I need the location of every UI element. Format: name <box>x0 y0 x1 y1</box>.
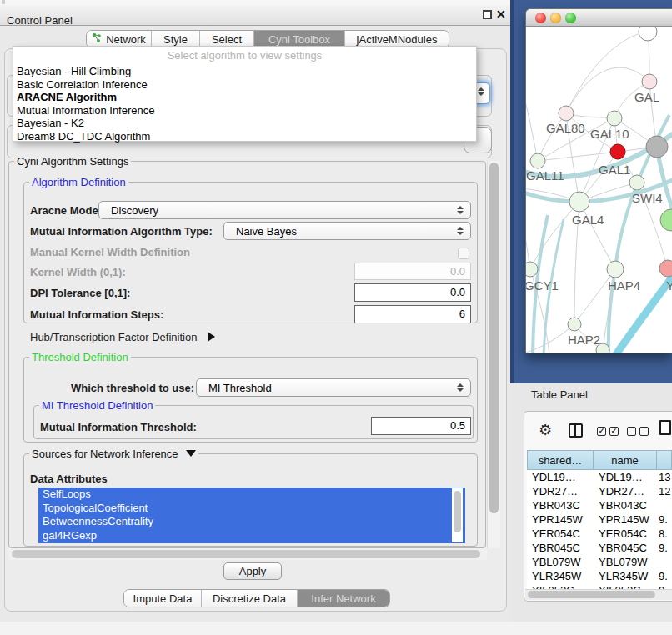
table-cell: YPR145W <box>594 512 657 527</box>
network-node-label: GAL <box>634 90 659 104</box>
tab-impute-data[interactable]: Impute Data <box>124 590 201 607</box>
network-node-gal11[interactable] <box>530 153 545 168</box>
attribute-item-selfloops[interactable]: SelfLoops <box>38 488 465 502</box>
attribute-item-betweennesscentrality[interactable]: BetweennessCentrality <box>38 515 465 529</box>
network-node-label: HAP2 <box>568 332 600 347</box>
mi-threshold-field[interactable]: 0.5 <box>371 417 471 435</box>
network-node-gal1[interactable] <box>610 144 625 159</box>
table-cell: YBR045C <box>527 541 594 555</box>
table-row[interactable]: YPR145WYPR145W9. <box>527 512 672 527</box>
table-row[interactable]: YER054CYER054C8. <box>527 527 672 541</box>
attributes-scrollbar-thumb[interactable] <box>454 491 461 532</box>
network-node-hap2[interactable] <box>568 318 581 331</box>
column-header-2[interactable] <box>657 450 672 470</box>
aracne-mode-combo[interactable]: Discovery <box>98 201 471 219</box>
table-row[interactable]: YDL19…YDL19…13 <box>527 470 672 484</box>
data-attributes-list[interactable]: SelfLoopsTopologicalCoefficientBetweenne… <box>38 488 465 543</box>
attribute-item-topologicalcoefficient[interactable]: TopologicalCoefficient <box>38 502 465 516</box>
float-panel-icon[interactable] <box>483 10 492 19</box>
close-panel-icon[interactable]: ✕ <box>496 8 506 21</box>
network-node-y[interactable] <box>659 260 672 277</box>
table-hscrollbar-thumb[interactable] <box>528 591 655 598</box>
expand-arrow-icon[interactable] <box>208 332 215 342</box>
network-node-hap4[interactable] <box>607 261 624 278</box>
hub-definition-section[interactable]: Hub/Transcription Factor Definition <box>30 331 215 343</box>
mi-algorithm-type-combo[interactable]: Naive Bayes <box>223 222 471 240</box>
tab-infer-network[interactable]: Infer Network <box>297 590 389 607</box>
manual-kernel-width-checkbox[interactable] <box>458 248 469 259</box>
network-node-label: SWI4 <box>632 191 663 205</box>
network-node-label: GAL10 <box>590 127 629 141</box>
tab-style[interactable]: Style <box>151 31 199 48</box>
statusbar-strip <box>0 622 672 635</box>
application-window: Control Panel ✕ NetworkStyleSelectCyni T… <box>0 0 672 635</box>
zoom-window-icon[interactable] <box>565 12 576 23</box>
control-panel-title: Control Panel <box>7 10 73 31</box>
minimize-window-icon[interactable] <box>550 12 561 23</box>
table-cell <box>657 498 672 512</box>
network-node-gal10[interactable] <box>607 111 622 126</box>
table-row[interactable]: YBR043CYBR043C <box>527 498 672 512</box>
table-row[interactable]: YBR045CYBR045C9. <box>527 541 672 555</box>
tab-discretize-data[interactable]: Discretize Data <box>201 590 297 607</box>
network-node[interactable] <box>660 209 672 231</box>
network-window-titlebar[interactable] <box>526 9 672 27</box>
tab-network[interactable]: Network <box>87 31 151 48</box>
deselect-all-columns-icon[interactable] <box>627 427 649 436</box>
settings-hscrollbar-thumb[interactable] <box>12 550 480 558</box>
network-node[interactable] <box>646 136 668 158</box>
mi-steps-field[interactable]: 6 <box>354 305 471 323</box>
network-node-gal80[interactable] <box>559 106 574 121</box>
tab-cyni-toolbox[interactable]: Cyni Toolbox <box>253 31 344 48</box>
algorithm-dropdown-list: Select algorithm to view settings Bayesi… <box>13 46 477 142</box>
table-cell: YER054C <box>594 527 657 541</box>
close-window-icon[interactable] <box>535 12 546 23</box>
tab-label: Select <box>212 33 242 46</box>
column-header-shared[interactable]: shared… <box>527 450 594 470</box>
which-threshold-combo[interactable]: MI Threshold <box>196 378 471 397</box>
algorithm-option-bayesian-k2[interactable]: Bayesian - K2 <box>13 117 476 130</box>
algorithm-option-aracne-algorithm[interactable]: ARACNE Algorithm <box>13 91 476 104</box>
network-node-gal[interactable] <box>642 74 657 89</box>
table-row[interactable]: YLR345WYLR345W9. <box>527 569 672 583</box>
table-row[interactable]: YIL052CYIL052C9 <box>527 583 672 589</box>
columns-icon[interactable] <box>569 423 583 438</box>
network-node-label: GAL11 <box>526 168 564 182</box>
select-all-columns-icon[interactable]: ✓ ✓ <box>597 427 619 436</box>
network-node-label: Y <box>666 278 672 292</box>
network-canvas[interactable]: GALGAL80GAL10GAL1GAL11SWI4GAL4GCY1HAP4YH… <box>526 27 672 353</box>
table-cell: YLR345W <box>527 569 594 583</box>
dpi-tolerance-field[interactable]: 0.0 <box>354 283 471 302</box>
network-icon <box>92 32 102 46</box>
combo-arrows-icon <box>457 206 464 214</box>
attribute-item-gal4rgexp[interactable]: gal4RGexp <box>38 529 465 543</box>
gear-icon[interactable]: ⚙ <box>539 421 552 439</box>
table-row[interactable]: YBL079WYBL079W <box>527 555 672 569</box>
network-window[interactable]: GALGAL80GAL10GAL1GAL11SWI4GAL4GCY1HAP4YH… <box>525 8 672 353</box>
kernel-width-label: Kernel Width (0,1): <box>30 266 126 278</box>
network-node-gal4[interactable] <box>569 192 589 212</box>
network-node-swi4[interactable] <box>629 175 644 190</box>
table-row[interactable]: YDR27…YDR27…12 <box>527 484 672 498</box>
algorithm-option-bayesian-hill-climbing[interactable]: Bayesian - Hill Climbing <box>13 65 476 78</box>
apply-button[interactable]: Apply <box>223 562 282 580</box>
document-icon[interactable] <box>659 420 671 435</box>
network-node-gcy1[interactable] <box>526 262 538 277</box>
network-node[interactable] <box>639 27 657 41</box>
tab-jactivemnodules[interactable]: jActiveMNodules <box>344 31 449 48</box>
algorithm-option-basic-correlation-inference[interactable]: Basic Correlation Inference <box>13 78 476 92</box>
settings-vscrollbar-thumb[interactable] <box>489 162 499 513</box>
tab-select[interactable]: Select <box>199 31 253 48</box>
algorithm-dropdown-placeholder: Select algorithm to view settings <box>13 47 476 65</box>
aracne-mode-label: Aracne Mode: <box>30 204 102 217</box>
hub-definition-label: Hub/Transcription Factor Definition <box>30 331 197 343</box>
algorithm-option-dream8-dc-tdc-algorithm[interactable]: Dream8 DC_TDC Algorithm <box>13 130 476 143</box>
algorithm-option-mutual-information-inference[interactable]: Mutual Information Inference <box>13 104 476 118</box>
column-header-name[interactable]: name <box>594 450 657 470</box>
collapse-arrow-icon[interactable] <box>186 450 196 457</box>
table-cell: YLR345W <box>594 569 657 583</box>
kernel-width-field[interactable]: 0.0 <box>354 262 471 280</box>
tab-label: jActiveMNodules <box>357 33 438 46</box>
table-cell: YBR045C <box>594 541 657 555</box>
table-cell: 9. <box>657 512 672 527</box>
